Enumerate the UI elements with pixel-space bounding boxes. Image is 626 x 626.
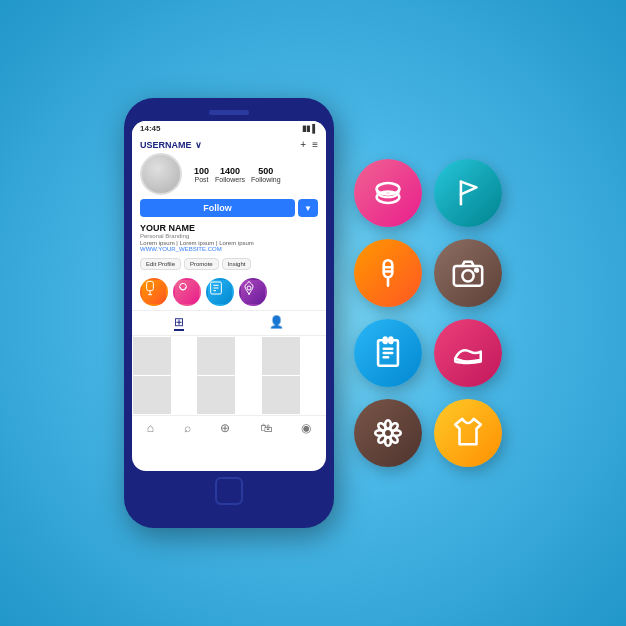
profile-name: YOUR NAME	[140, 223, 318, 233]
grid-tab-tagged[interactable]: 👤	[269, 315, 284, 331]
scene: 14:45 ▮▮ ▌ USERNAME ∨ + ≡	[0, 0, 626, 626]
action-buttons: Edit Profile Promote Insight	[132, 254, 326, 274]
highlight-circle-4	[239, 278, 267, 306]
macaron-icon-circle	[354, 159, 422, 227]
avatar-stats-row: 100 Post 1400 Followers 500 Following	[132, 153, 326, 199]
post-cell-3	[262, 337, 300, 375]
icons-grid	[354, 159, 502, 467]
bottom-nav: ⌂ ⌕ ⊕ 🛍 ◉	[132, 415, 326, 440]
highlight-3[interactable]	[206, 278, 234, 306]
profile-info: YOUR NAME Personal Branding Lorem ipsum …	[132, 221, 326, 254]
insight-button[interactable]: Insight	[222, 258, 252, 270]
personal-branding: Personal Branding	[140, 233, 318, 239]
posts-label: Post	[195, 176, 209, 183]
svg-point-18	[475, 269, 478, 272]
username-text: USERNAME	[140, 140, 192, 150]
menu-icon[interactable]: ≡	[312, 139, 318, 150]
avatar	[140, 153, 182, 195]
svg-rect-12	[384, 260, 393, 277]
profile-stats: 100 Post 1400 Followers 500 Following	[190, 162, 285, 186]
add-icon[interactable]: +	[300, 139, 306, 150]
shirt-icon-circle	[434, 399, 502, 467]
grid-tabs: ⊞ 👤	[132, 310, 326, 336]
flag-icon-circle	[434, 159, 502, 227]
post-cell-4	[133, 376, 171, 414]
posts-count: 100	[194, 166, 209, 176]
grid-tab-posts[interactable]: ⊞	[174, 315, 184, 331]
stat-following: 500 Following	[251, 166, 281, 183]
nav-profile-icon[interactable]: ◉	[301, 421, 311, 435]
highlight-circle-3	[206, 278, 234, 306]
promote-button[interactable]: Promote	[184, 258, 219, 270]
nav-shop-icon[interactable]: 🛍	[260, 421, 272, 435]
chevron-down-icon: ∨	[195, 140, 202, 150]
popsicle-icon-circle	[354, 239, 422, 307]
svg-point-17	[462, 270, 473, 281]
nav-search-icon[interactable]: ⌕	[184, 421, 191, 435]
follow-button[interactable]: Follow	[140, 199, 295, 217]
post-cell-6	[262, 376, 300, 414]
followers-count: 1400	[215, 166, 245, 176]
nav-home-icon[interactable]: ⌂	[147, 421, 154, 435]
following-count: 500	[251, 166, 281, 176]
status-time: 14:45	[140, 124, 160, 133]
stat-posts: 100 Post	[194, 166, 209, 183]
following-label: Following	[251, 176, 281, 183]
svg-rect-0	[147, 281, 154, 290]
posts-grid	[132, 336, 326, 415]
svg-point-8	[247, 286, 251, 290]
post-cell-1	[133, 337, 171, 375]
highlight-circle-1	[140, 278, 168, 306]
highlight-circle-2	[173, 278, 201, 306]
phone-speaker	[209, 110, 249, 115]
notepad-icon-circle	[354, 319, 422, 387]
highlights-row	[132, 274, 326, 310]
app-header: USERNAME ∨ + ≡	[132, 136, 326, 153]
phone-screen: 14:45 ▮▮ ▌ USERNAME ∨ + ≡	[132, 121, 326, 471]
edit-profile-button[interactable]: Edit Profile	[140, 258, 181, 270]
stat-followers: 1400 Followers	[215, 166, 245, 183]
dropdown-button[interactable]: ▼	[298, 199, 318, 217]
post-cell-5	[197, 376, 235, 414]
highlight-4[interactable]	[239, 278, 267, 306]
shoe-icon-circle	[434, 319, 502, 387]
follow-row: Follow ▼	[132, 199, 326, 221]
profile-website[interactable]: WWW.YOUR_WEBSITE.COM	[140, 246, 318, 252]
highlight-2[interactable]	[173, 278, 201, 306]
status-icons: ▮▮ ▌	[302, 124, 318, 133]
phone-home-button[interactable]	[215, 477, 243, 505]
username-area[interactable]: USERNAME ∨	[140, 140, 202, 150]
phone-mockup: 14:45 ▮▮ ▌ USERNAME ∨ + ≡	[124, 98, 334, 528]
nav-add-icon[interactable]: ⊕	[220, 421, 230, 435]
camera-icon-circle	[434, 239, 502, 307]
flower-icon-circle	[354, 399, 422, 467]
status-bar: 14:45 ▮▮ ▌	[132, 121, 326, 136]
highlight-1[interactable]	[140, 278, 168, 306]
battery-icon: ▮▮ ▌	[302, 124, 318, 133]
post-cell-2	[197, 337, 235, 375]
header-icons: + ≡	[300, 139, 318, 150]
followers-label: Followers	[215, 176, 245, 183]
